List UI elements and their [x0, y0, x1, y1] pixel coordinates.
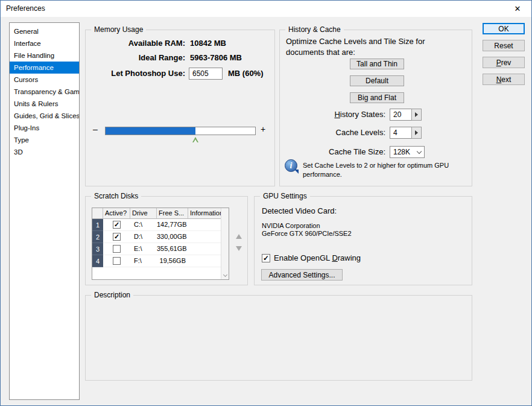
table-scrollbar[interactable]	[221, 208, 229, 279]
advanced-settings-button[interactable]: Advanced Settings...	[261, 269, 343, 281]
ram-slider-marker-icon[interactable]	[192, 137, 198, 142]
available-ram-row: Available RAM: 10842 MB	[86, 39, 274, 51]
enable-opengl-checkbox[interactable]: ✓	[262, 254, 270, 262]
sidebar-item-3d[interactable]: 3D	[10, 146, 79, 158]
sidebar-item-transparency-gamut[interactable]: Transparency & Gamut	[10, 86, 79, 98]
history-states-spinner-button[interactable]	[411, 109, 422, 121]
cache-tile-size-dropdown[interactable]: 128K	[390, 146, 425, 158]
window-title: Preferences	[6, 4, 45, 13]
sidebar-item-general[interactable]: General	[10, 25, 79, 37]
slider-plus-label: +	[261, 124, 265, 134]
preferences-dialog: Preferences ✕ General Interface File Han…	[0, 0, 532, 406]
active-checkbox[interactable]: ✓	[113, 233, 121, 241]
active-checkbox[interactable]: ✓	[113, 221, 121, 229]
ram-slider-track[interactable]	[105, 127, 256, 135]
info-icon: i	[285, 159, 297, 172]
drive-cell: D:\	[130, 231, 157, 243]
close-icon: ✕	[515, 4, 521, 13]
history-states-mnemonic: H	[334, 110, 340, 119]
free-space-cell: 330,00GB	[157, 231, 188, 243]
detected-video-card-label: Detected Video Card:	[262, 206, 337, 215]
slider-minus-label: –	[93, 124, 98, 134]
prev-button[interactable]: Prev	[483, 57, 525, 68]
history-cache-group: History & Cache Optimize Cache Levels an…	[279, 30, 472, 186]
row-number: 2	[92, 231, 103, 243]
table-row[interactable]: 3 E:\ 355,61GB	[92, 243, 222, 255]
drive-cell: F:\	[130, 255, 157, 267]
scratch-disks-table: Active? Drive Free S... Information 1 ✓ …	[92, 208, 229, 280]
move-down-arrow-icon[interactable]	[236, 246, 242, 251]
information-cell	[188, 231, 222, 243]
column-header-active: Active?	[103, 208, 130, 219]
opengl-label-pre: Enable OpenGL	[274, 253, 332, 262]
active-checkbox[interactable]	[113, 245, 121, 253]
ok-button[interactable]: OK	[483, 23, 525, 34]
ram-slider-fill	[106, 127, 195, 135]
sidebar-item-cursors[interactable]: Cursors	[10, 74, 79, 86]
column-header-free-space: Free S...	[157, 208, 188, 219]
checkmark-icon: ✓	[114, 221, 119, 228]
column-header-blank	[92, 208, 103, 219]
cache-tile-size-label: Cache Tile Size:	[280, 147, 385, 156]
spinner-arrow-icon	[415, 130, 418, 135]
optimize-cache-text: Optimize Cache Levels and Tile Size for …	[286, 36, 462, 58]
row-number: 4	[92, 255, 103, 267]
reset-button[interactable]: Reset	[483, 40, 525, 51]
enable-opengl-row: ✓ Enable OpenGL Drawing	[262, 253, 361, 262]
video-card-model: GeForce GTX 960/PCIe/SSE2	[262, 230, 352, 237]
default-button[interactable]: Default	[350, 75, 404, 86]
next-button[interactable]: Next	[483, 74, 525, 85]
cache-levels-label: Cache Levels:	[280, 128, 385, 137]
scroll-chevron-icon	[223, 272, 227, 276]
cache-levels-row: Cache Levels:	[280, 128, 472, 140]
memory-usage-group-title: Memory Usage	[91, 25, 146, 34]
scratch-table-header: Active? Drive Free S... Information	[92, 208, 222, 219]
move-up-arrow-icon[interactable]	[236, 234, 242, 239]
ideal-range-value: 5963-7806 MB	[190, 53, 242, 62]
sidebar-item-file-handling[interactable]: File Handling	[10, 49, 79, 62]
free-space-cell: 355,61GB	[157, 243, 188, 255]
sidebar-item-type[interactable]: Type	[10, 134, 79, 146]
description-group-title: Description	[91, 291, 133, 299]
history-states-row: History States:	[280, 110, 472, 122]
drive-cell: E:\	[130, 243, 157, 255]
ideal-range-label: Ideal Range:	[86, 53, 185, 62]
ram-amount-input[interactable]	[189, 68, 223, 80]
titlebar: Preferences ✕	[1, 1, 531, 17]
table-row[interactable]: 1 ✓ C:\ 142,77GB	[92, 219, 222, 231]
sidebar-item-guides-grid-slices[interactable]: Guides, Grid & Slices	[10, 110, 79, 122]
description-group: Description	[85, 295, 472, 381]
history-states-input[interactable]	[390, 109, 412, 121]
enable-opengl-label: Enable OpenGL Drawing	[274, 253, 361, 262]
tall-and-thin-button[interactable]: Tall and Thin	[350, 59, 404, 69]
active-checkbox[interactable]	[113, 257, 121, 265]
available-ram-label: Available RAM:	[86, 39, 185, 48]
free-space-cell: 142,77GB	[157, 219, 188, 231]
cache-info-text: Set Cache Levels to 2 or higher for opti…	[303, 161, 462, 179]
opengl-label-rest: rawing	[338, 253, 361, 262]
gpu-settings-group: GPU Settings Detected Video Card: NVIDIA…	[254, 196, 472, 285]
sidebar-item-units-rulers[interactable]: Units & Rulers	[10, 98, 79, 110]
let-photoshop-use-label: Let Photoshop Use:	[86, 69, 185, 78]
sidebar-item-plug-ins[interactable]: Plug-Ins	[10, 122, 79, 134]
column-header-information: Information	[188, 208, 222, 219]
big-and-flat-button[interactable]: Big and Flat	[350, 92, 404, 103]
table-row[interactable]: 2 ✓ D:\ 330,00GB	[92, 231, 222, 243]
information-cell	[188, 255, 222, 267]
table-row[interactable]: 4 F:\ 19,56GB	[92, 255, 222, 267]
scroll-down-button[interactable]	[221, 271, 229, 279]
cache-levels-input[interactable]	[390, 127, 412, 139]
sidebar: General Interface File Handling Performa…	[9, 22, 80, 400]
information-cell	[188, 243, 222, 255]
cache-tile-row: Cache Tile Size: 128K	[280, 147, 472, 159]
history-states-label-rest: istory States:	[340, 110, 385, 119]
free-space-cell: 19,56GB	[157, 255, 188, 267]
spinner-arrow-icon	[415, 112, 418, 117]
close-button[interactable]: ✕	[504, 1, 531, 17]
cache-levels-spinner-button[interactable]	[411, 127, 422, 139]
next-label-rest: ext	[501, 75, 511, 84]
sidebar-item-performance[interactable]: Performance	[10, 62, 79, 74]
sidebar-item-interface[interactable]: Interface	[10, 37, 79, 49]
information-cell	[188, 219, 222, 231]
checkmark-icon: ✓	[114, 233, 119, 240]
